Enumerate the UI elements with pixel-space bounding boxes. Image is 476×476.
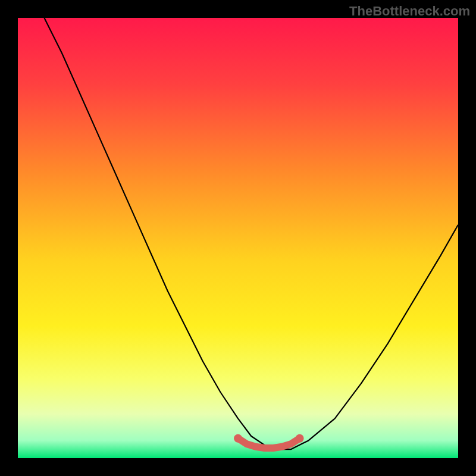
gradient-background (18, 18, 458, 458)
optimal-zone-endpoint (296, 434, 304, 443)
plot-area (18, 18, 458, 458)
watermark-text: TheBottleneck.com (349, 4, 470, 19)
chart-svg (18, 18, 458, 458)
optimal-zone-endpoint (234, 434, 242, 443)
chart-container: TheBottleneck.com (0, 0, 476, 476)
